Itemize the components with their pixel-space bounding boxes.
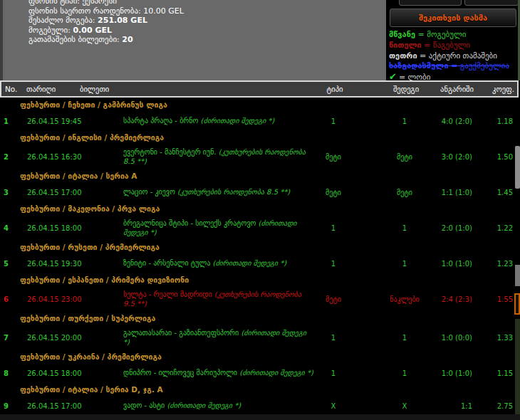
legend-desc: = აქტიური თამაშები	[417, 51, 497, 61]
match-date: 26.04.15 20:00	[27, 334, 82, 342]
match-row: 426.04.15 18:00ბრეგალნიცა შტიპი - სილექს…	[0, 216, 520, 240]
summary-line-3: შესაძლო მოგება: 251.08 GEL	[28, 16, 184, 26]
match-odds: 1.50	[477, 153, 513, 161]
legend-term: თეთრი	[389, 51, 417, 61]
rows: ფეხბურთი / ჩეხეთი / გამბრინუს ლიგა126.04…	[0, 98, 520, 415]
col-score: ანგარიში	[424, 85, 474, 93]
match-score: 4:0 (2:0)	[422, 117, 472, 125]
match-odds: 1.18	[477, 117, 513, 125]
match-score: 1:0 (1:0)	[422, 369, 472, 377]
legend-item-3: თეთრი = აქტიური თამაშები	[389, 51, 509, 62]
match-row: 826.04.15 18:00დნიპრო - ილიჩოვეც მარიუპო…	[0, 364, 520, 382]
match-number: 4	[4, 224, 9, 232]
legend-term: ხაზგადასმული	[389, 61, 449, 70]
match-tip: 1	[311, 117, 356, 125]
league-header: ფეხბურთი / ესპანეთი / პრიმერა დივიზიონი	[0, 273, 520, 287]
legend-desc: = წაგებული	[422, 41, 470, 50]
match-score: 1:1 (1:0)	[422, 189, 472, 196]
match-market: (ძირითადი შედეგი *)	[212, 259, 286, 267]
ask-question-button[interactable]: შეკითხვის დასმა	[390, 9, 516, 27]
match-ticket: ევერტონი - მანჩესტერ იუნ. (კუთხურების რა…	[123, 148, 312, 166]
col-odds: კოეფ.	[479, 85, 514, 93]
match-number: 1	[4, 117, 9, 125]
summary-line-4: მოგებული: 0.00 GEL	[28, 26, 184, 36]
col-tip: ტიპი	[312, 85, 358, 93]
match-date: 26.04.15 17:00	[27, 402, 82, 410]
match-odds: 1.55	[477, 295, 513, 303]
match-score: 3:0 (2:0)	[422, 153, 472, 161]
top-cropped-button-1[interactable]	[399, 0, 462, 6]
top-bar: ფსონის ტიპი: ექსპრესიფსონის საერთო რაოდე…	[0, 0, 520, 80]
match-ticket: ბრეგალნიცა შტიპი - სილექს კრატოვო (ძირით…	[123, 219, 312, 237]
match-odds: 1.45	[477, 189, 513, 196]
bet-summary: ფსონის ტიპი: ექსპრესიფსონის საერთო რაოდე…	[28, 0, 184, 45]
match-tip: 1	[311, 369, 356, 377]
summary-line-1: ფსონის ტიპი: ექსპრესი	[28, 0, 184, 6]
match-ticket: გალათასარაი - გაზიანთეფსპორი (ძირითადი შ…	[123, 329, 312, 347]
color-legend: მწვანე = მოგებულიწითელი = წაგებულითეთრი …	[389, 30, 509, 80]
match-tip: 1	[311, 334, 356, 342]
league-header: ფეხბურთი / თურქეთი / სუპერლიგა	[0, 311, 520, 325]
league-header: ფეხბურთი / რუსეთი / პრემიერლიგა	[0, 240, 520, 254]
match-teams: დნიპრო - ილიჩოვეც მარიუპოლი	[123, 369, 239, 377]
match-date: 26.04.15 18:00	[27, 369, 82, 377]
match-date: 26.04.15 16:30	[27, 153, 82, 161]
match-number: 2	[4, 153, 9, 161]
match-teams: ბრეგალნიცა შტიპი - სილექს კრატოვო	[123, 219, 259, 227]
background-scrollbar-fragment	[515, 146, 520, 189]
match-date: 26.04.15 17:00	[27, 189, 82, 196]
legend-desc: = გაუქმებულია	[449, 61, 509, 70]
match-number: 9	[4, 402, 9, 410]
match-market: (ძირითადი შედეგი *)	[239, 369, 313, 377]
match-row: 626.04.15 23:00სელტა - რეალი მადრიდი (კუ…	[0, 287, 520, 311]
match-tip: X	[311, 402, 356, 410]
match-ticket: ვადო - ასტი (ძირითადი შედეგი *)	[123, 401, 317, 411]
league-header: ფეხბურთი / უკრაინა / პრემიერლიგა	[0, 350, 520, 364]
match-score: 2:0 (1:0)	[422, 224, 472, 232]
match-row: 226.04.15 16:30ევერტონი - მანჩესტერ იუნ.…	[0, 145, 520, 169]
match-teams: ევერტონი - მანჩესტერ იუნ.	[123, 148, 219, 156]
legend-panel: შეკითხვის დასმა მწვანე = მოგებულიწითელი …	[386, 0, 520, 80]
summary-value: ექსპრესი	[83, 0, 117, 6]
summary-line-2: ფსონის საერთო რაოდენობა: 10.00 GEL	[28, 6, 184, 16]
match-date: 26.04.15 19:30	[27, 260, 82, 268]
league-header: ფეხბურთი / მაკედონია / პრვა ლიგა	[0, 201, 520, 216]
summary-line-5: გათამაშების ბილეთები: 20	[28, 35, 184, 45]
summary-value: 10.00 GEL	[143, 6, 184, 16]
match-number: 6	[4, 295, 9, 303]
match-ticket: სელტა - რეალი მადრიდი (კუთხურების რაოდენ…	[123, 290, 312, 308]
match-date: 26.04.15 18:00	[27, 224, 82, 232]
match-row: 526.04.15 19:30ზენიტი - არსენალი ტულა (ძ…	[0, 254, 520, 273]
legend-item-4: ხაზგადასმული = გაუქმებულია	[389, 61, 509, 72]
match-ticket: ლაციო - კიევო (კუთხურების რაოდენობა 8.5 …	[123, 188, 317, 197]
match-row: 326.04.15 17:00ლაციო - კიევო (კუთხურების…	[0, 183, 520, 201]
match-score: 1:0 (0:0)	[422, 334, 472, 342]
match-odds: 1.23	[477, 260, 513, 268]
summary-value: 0.00 GEL	[73, 26, 112, 35]
legend-term: მწვანე	[389, 30, 415, 39]
background-scrollbar-fragment	[515, 265, 520, 286]
match-teams: გალათასარაი - გაზიანთეფსპორი	[123, 329, 241, 337]
summary-label: გათამაშების ბილეთები:	[28, 35, 122, 44]
bet-summary-panel: ფსონის ტიპი: ექსპრესიფსონის საერთო რაოდე…	[0, 0, 386, 80]
match-market: (კუთხურების რაოდენობა 8.5 **)	[177, 188, 290, 196]
legend-item-2: წითელი = წაგებული	[389, 41, 509, 51]
league-header: ფეხბურთი / ჩეხეთი / გამბრინუს ლიგა	[0, 98, 520, 112]
summary-label: შესაძლო მოგება:	[28, 16, 98, 25]
legend-term: წითელი	[389, 41, 422, 50]
match-number: 5	[4, 260, 9, 268]
match-tip: მეტი	[311, 189, 356, 196]
match-odds: 1.33	[477, 334, 513, 342]
match-row: 726.04.15 20:00გალათასარაი - გაზიანთეფსპ…	[0, 325, 520, 350]
top-cropped-button-2[interactable]	[464, 0, 519, 6]
match-odds: 1.15	[477, 369, 513, 377]
match-teams: ზენიტი - არსენალი ტულა	[123, 259, 212, 267]
match-score: 2:4 (2:3)	[422, 295, 472, 303]
match-ticket: სპარტა პრაღა - ბრნო (ძირითადი შედეგი *)	[123, 117, 317, 126]
match-date: 26.04.15 19:45	[27, 117, 82, 125]
league-header: ფეხბურთი / იტალია / სერია D, ჯგ. A	[0, 382, 520, 397]
table-header: No. თარიღი ბილეთი ტიპი შედეგი ანგარიში კ…	[0, 80, 519, 98]
match-number: 3	[4, 189, 9, 196]
match-row: 926.04.15 17:00ვადო - ასტი (ძირითადი შედ…	[0, 397, 520, 415]
summary-label: ფსონის საერთო რაოდენობა:	[28, 6, 143, 16]
